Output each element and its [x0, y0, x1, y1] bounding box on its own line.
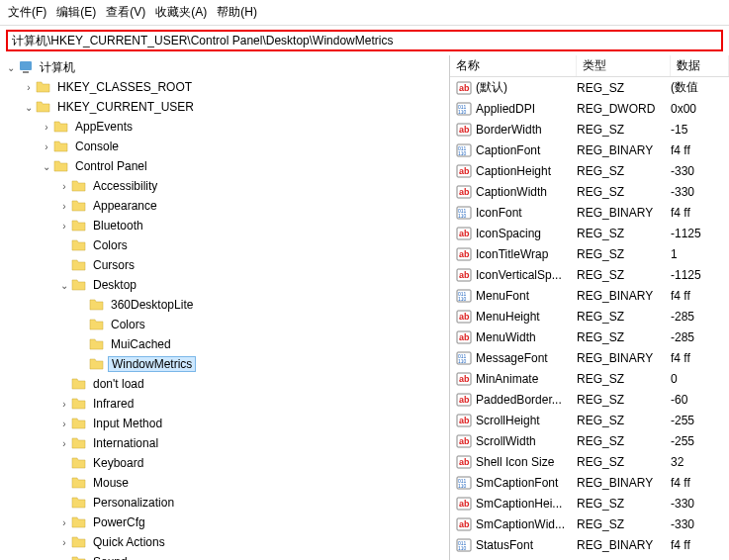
tree-node[interactable]: ·MuiCached — [0, 334, 449, 354]
value-row[interactable]: PaddedBorder...REG_SZ-60 — [450, 389, 729, 410]
tree-node[interactable]: ›International — [0, 433, 449, 453]
tree-label: HKEY_CURRENT_USER — [55, 100, 196, 114]
tree-node[interactable]: ·don't load — [0, 374, 449, 394]
value-data: 32 — [671, 455, 729, 469]
value-row[interactable]: (默认)REG_SZ(数值 — [450, 77, 729, 98]
tree-node[interactable]: ›Input Method — [0, 414, 449, 433]
value-row[interactable]: SmCaptionWid...REG_SZ-330 — [450, 513, 729, 534]
tree-node[interactable]: ·Keyboard — [0, 453, 449, 473]
folder-icon — [89, 336, 105, 352]
value-row[interactable]: ScrollHeightREG_SZ-255 — [450, 410, 729, 430]
value-type: REG_BINARY — [577, 351, 671, 365]
value-row[interactable]: IconTitleWrapREG_SZ1 — [450, 243, 729, 264]
value-row[interactable]: IconSpacingREG_SZ-1125 — [450, 223, 729, 243]
value-row[interactable]: IconVerticalSp...REG_SZ-1125 — [450, 264, 729, 285]
expand-toggle[interactable]: › — [40, 141, 53, 152]
folder-icon — [53, 139, 69, 154]
expand-toggle[interactable]: › — [57, 399, 71, 410]
menu-edit[interactable]: 编辑(E) — [56, 4, 96, 21]
tree-node[interactable]: ·Personalization — [0, 493, 449, 513]
value-row[interactable]: StatusFontREG_BINARYf4 ff — [450, 534, 729, 555]
value-name: Shell Icon Size — [476, 455, 577, 469]
expand-toggle[interactable]: ⌄ — [57, 280, 71, 291]
col-header-name[interactable]: 名称 — [450, 55, 577, 76]
tree-node[interactable]: ›Quick Actions — [0, 532, 449, 552]
value-name: IconSpacing — [476, 227, 577, 240]
tree-node[interactable]: ›Infrared — [0, 394, 449, 414]
expand-toggle[interactable]: ⌄ — [22, 102, 36, 113]
value-data: f4 ff — [671, 289, 729, 303]
menu-view[interactable]: 查看(V) — [106, 4, 145, 21]
value-row[interactable]: CaptionWidthREG_SZ-330 — [450, 181, 729, 202]
value-row[interactable]: CaptionFontREG_BINARYf4 ff — [450, 140, 729, 160]
col-header-type[interactable]: 类型 — [577, 55, 671, 76]
tree-node[interactable]: ·Sound — [0, 552, 449, 560]
value-row[interactable]: BorderWidthREG_SZ-15 — [450, 119, 729, 140]
value-row[interactable]: IconFontREG_BINARYf4 ff — [450, 202, 729, 223]
menu-help[interactable]: 帮助(H) — [217, 4, 257, 21]
tree-node[interactable]: ›Appearance — [0, 196, 449, 216]
tree-label: 计算机 — [38, 59, 77, 76]
tree-node[interactable]: ⌄HKEY_CURRENT_USER — [0, 97, 449, 117]
value-type: REG_SZ — [577, 517, 671, 531]
folder-icon — [71, 396, 87, 412]
expand-toggle[interactable]: › — [40, 122, 53, 133]
expand-toggle[interactable]: › — [57, 517, 71, 528]
tree-label: Sound — [91, 555, 130, 560]
expand-toggle[interactable]: › — [57, 181, 71, 192]
value-type: REG_SZ — [577, 123, 671, 137]
address-bar[interactable]: 计算机\HKEY_CURRENT_USER\Control Panel\Desk… — [6, 30, 723, 51]
value-name: SmCaptionWid... — [476, 517, 577, 531]
expand-toggle[interactable]: › — [57, 419, 71, 429]
string-value-icon — [456, 516, 472, 532]
string-value-icon — [456, 392, 472, 408]
value-data: f4 ff — [671, 351, 729, 365]
tree-node[interactable]: ›HKEY_CLASSES_ROOT — [0, 77, 449, 97]
value-row[interactable]: MenuWidthREG_SZ-285 — [450, 327, 729, 347]
tree-node[interactable]: ·360DesktopLite — [0, 295, 449, 315]
value-type: REG_SZ — [577, 268, 671, 282]
string-value-icon — [456, 163, 472, 179]
expand-toggle[interactable]: ⌄ — [4, 62, 18, 73]
value-row[interactable]: SmCaptionHei...REG_SZ-330 — [450, 493, 729, 513]
value-type: REG_SZ — [577, 247, 671, 261]
tree-node[interactable]: ·Cursors — [0, 255, 449, 275]
value-row[interactable]: CaptionHeightREG_SZ-330 — [450, 160, 729, 181]
menu-file[interactable]: 文件(F) — [8, 4, 46, 21]
value-row[interactable]: MenuFontREG_BINARYf4 ff — [450, 285, 729, 306]
folder-icon — [71, 198, 87, 214]
tree-node[interactable]: ›PowerCfg — [0, 513, 449, 532]
tree-label: International — [91, 436, 160, 450]
tree-root-node[interactable]: ⌄ 计算机 — [0, 57, 449, 77]
tree-node[interactable]: ›AppEvents — [0, 117, 449, 137]
value-row[interactable]: MessageFontREG_BINARYf4 ff — [450, 347, 729, 368]
tree-label: Desktop — [91, 278, 138, 292]
menu-favorites[interactable]: 收藏夹(A) — [155, 4, 207, 21]
value-row[interactable]: MinAnimateREG_SZ0 — [450, 368, 729, 389]
tree-node[interactable]: ⌄Desktop — [0, 275, 449, 295]
expand-toggle[interactable]: › — [57, 221, 71, 232]
folder-icon — [36, 79, 51, 95]
tree-node[interactable]: ·Colors — [0, 315, 449, 334]
value-row[interactable]: Shell Icon SizeREG_SZ32 — [450, 451, 729, 472]
tree-node[interactable]: ›Console — [0, 137, 449, 156]
expand-toggle[interactable]: › — [57, 438, 71, 449]
expand-toggle[interactable]: › — [22, 82, 36, 93]
expand-toggle[interactable]: › — [57, 201, 71, 212]
col-header-data[interactable]: 数据 — [671, 55, 729, 76]
value-row[interactable]: SmCaptionFontREG_BINARYf4 ff — [450, 472, 729, 493]
expand-toggle[interactable]: ⌄ — [40, 161, 53, 172]
expand-toggle[interactable]: › — [57, 537, 71, 548]
tree-node[interactable]: ·Colors — [0, 235, 449, 255]
tree-node[interactable]: ›Accessibility — [0, 176, 449, 196]
values-pane: 名称 类型 数据 (默认)REG_SZ(数值AppliedDPIREG_DWOR… — [450, 55, 729, 560]
tree-pane[interactable]: ⌄ 计算机 ›HKEY_CLASSES_ROOT⌄HKEY_CURRENT_US… — [0, 55, 450, 560]
tree-node[interactable]: ·Mouse — [0, 473, 449, 493]
string-value-icon — [456, 122, 472, 138]
tree-node[interactable]: ›Bluetooth — [0, 216, 449, 235]
tree-node[interactable]: ·WindowMetrics — [0, 354, 449, 374]
value-row[interactable]: AppliedDPIREG_DWORD0x00 — [450, 98, 729, 119]
tree-node[interactable]: ⌄Control Panel — [0, 156, 449, 176]
value-row[interactable]: MenuHeightREG_SZ-285 — [450, 306, 729, 327]
value-row[interactable]: ScrollWidthREG_SZ-255 — [450, 430, 729, 451]
